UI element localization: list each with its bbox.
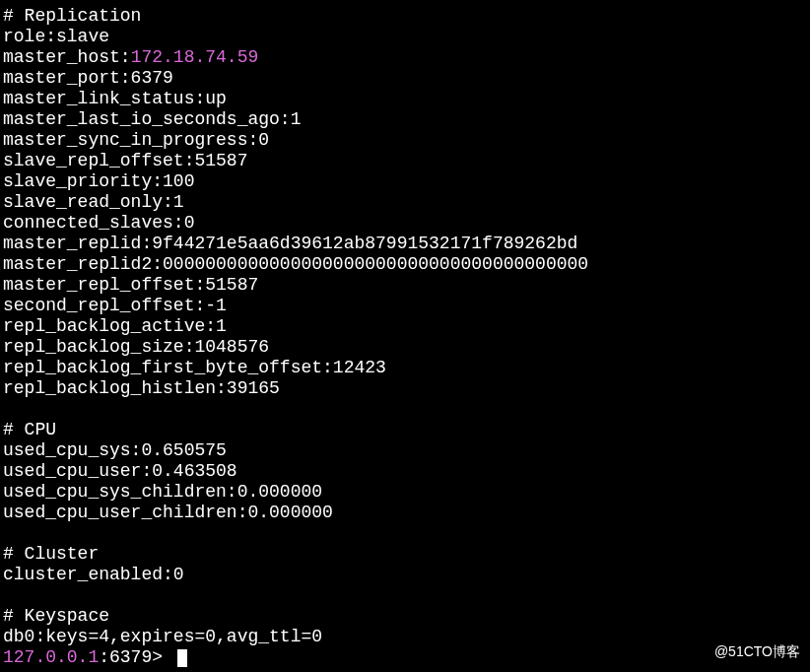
prompt-line[interactable]: 127.0.0.1:6379> xyxy=(3,647,807,668)
cluster-enabled-line: cluster_enabled:0 xyxy=(3,565,807,585)
section-header-replication: # Replication xyxy=(3,6,807,27)
used-cpu-user-children-line: used_cpu_user_children:0.000000 xyxy=(3,503,807,523)
section-header-cpu: # CPU xyxy=(3,420,807,440)
master-repl-offset-line: master_repl_offset:51587 xyxy=(3,275,807,296)
master-sync-line: master_sync_in_progress:0 xyxy=(3,130,807,151)
repl-backlog-size-line: repl_backlog_size:1048576 xyxy=(3,337,807,358)
section-header-keyspace: # Keyspace xyxy=(3,606,807,627)
master-replid-line: master_replid:9f44271e5aa6d39612ab879915… xyxy=(3,234,807,254)
used-cpu-sys-line: used_cpu_sys:0.650575 xyxy=(3,440,807,461)
blank-line xyxy=(3,399,807,420)
watermark: @51CTO博客 xyxy=(714,641,800,662)
master-replid2-line: master_replid2:0000000000000000000000000… xyxy=(3,254,807,275)
master-port-line: master_port:6379 xyxy=(3,68,807,89)
master-host-key: master_host: xyxy=(3,47,131,67)
used-cpu-user-line: used_cpu_user:0.463508 xyxy=(3,461,807,482)
terminal-output: # Replication role:slave master_host:172… xyxy=(3,6,807,668)
cursor xyxy=(177,649,187,667)
used-cpu-sys-children-line: used_cpu_sys_children:0.000000 xyxy=(3,482,807,503)
blank-line xyxy=(3,585,807,606)
master-last-io-line: master_last_io_seconds_ago:1 xyxy=(3,109,807,130)
second-repl-offset-line: second_repl_offset:-1 xyxy=(3,296,807,316)
master-host-value: 172.18.74.59 xyxy=(131,47,259,67)
slave-priority-line: slave_priority:100 xyxy=(3,171,807,192)
section-header-cluster: # Cluster xyxy=(3,544,807,565)
role-line: role:slave xyxy=(3,27,807,47)
db0-line: db0:keys=4,expires=0,avg_ttl=0 xyxy=(3,627,807,647)
prompt-ip: 127.0.0.1 xyxy=(3,647,99,667)
master-host-line: master_host:172.18.74.59 xyxy=(3,47,807,68)
slave-repl-offset-line: slave_repl_offset:51587 xyxy=(3,151,807,171)
slave-read-only-line: slave_read_only:1 xyxy=(3,192,807,213)
repl-backlog-active-line: repl_backlog_active:1 xyxy=(3,316,807,337)
prompt-rest: :6379> xyxy=(99,647,173,667)
repl-backlog-histlen-line: repl_backlog_histlen:39165 xyxy=(3,378,807,399)
master-link-status-line: master_link_status:up xyxy=(3,89,807,109)
repl-backlog-first-byte-line: repl_backlog_first_byte_offset:12423 xyxy=(3,358,807,378)
connected-slaves-line: connected_slaves:0 xyxy=(3,213,807,234)
blank-line xyxy=(3,523,807,544)
